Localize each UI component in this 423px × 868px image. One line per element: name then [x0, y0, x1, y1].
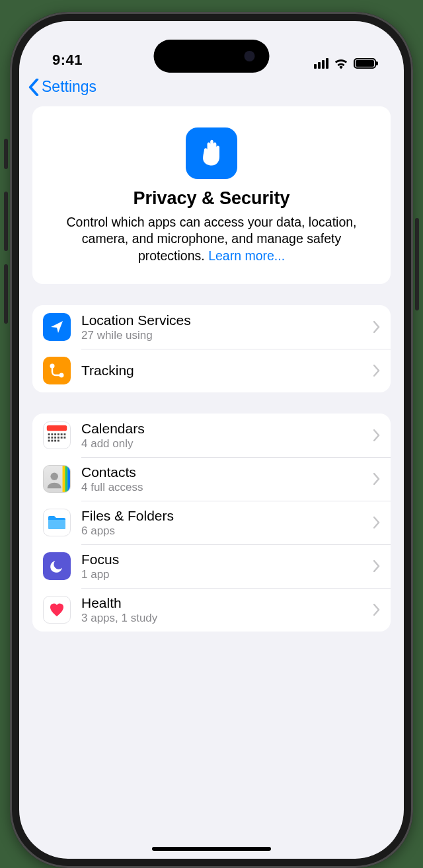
settings-content[interactable]: Privacy & Security Control which apps ca…: [19, 106, 404, 832]
svg-rect-11: [54, 437, 56, 439]
settings-group-location: Location Services 27 while using Trackin…: [32, 305, 391, 392]
side-button: [4, 192, 8, 251]
status-icons: [314, 58, 376, 69]
svg-rect-4: [51, 433, 53, 435]
row-subtitle: 1 app: [81, 568, 373, 581]
tracking-icon: [43, 357, 71, 384]
row-label: Focus: [81, 552, 373, 567]
row-subtitle: 3 apps, 1 study: [81, 612, 373, 625]
calendar-icon: [43, 421, 71, 449]
svg-rect-14: [63, 437, 65, 439]
moon-icon: [43, 552, 71, 580]
phone-bezel: 9:41 Settings: [10, 12, 413, 868]
folder-icon: [43, 509, 71, 536]
svg-rect-5: [54, 433, 56, 435]
row-location-services[interactable]: Location Services 27 while using: [32, 305, 391, 349]
side-button: [4, 139, 8, 169]
heart-icon: [43, 596, 71, 624]
phone-screen: 9:41 Settings: [19, 21, 404, 859]
hero-description: Control which apps can access your data,…: [48, 214, 375, 264]
svg-rect-21: [67, 466, 70, 492]
row-subtitle: 4 add only: [81, 437, 373, 451]
svg-point-22: [50, 473, 58, 480]
row-health[interactable]: Health 3 apps, 1 study: [32, 588, 391, 632]
cellular-signal-icon: [314, 58, 328, 69]
chevron-right-icon: [373, 604, 380, 616]
row-label: Contacts: [81, 464, 373, 480]
contacts-icon: [43, 465, 71, 493]
svg-rect-10: [51, 437, 53, 439]
dynamic-island: [154, 40, 270, 73]
row-contacts[interactable]: Contacts 4 full access: [32, 457, 391, 501]
nav-bar: Settings: [19, 74, 404, 106]
svg-rect-17: [54, 440, 56, 442]
row-label: Health: [81, 595, 373, 611]
svg-rect-18: [58, 440, 59, 442]
row-tracking[interactable]: Tracking: [32, 349, 391, 392]
row-focus[interactable]: Focus 1 app: [32, 544, 391, 588]
svg-rect-12: [58, 437, 59, 439]
svg-rect-13: [61, 437, 63, 439]
chevron-left-icon: [28, 79, 39, 96]
chevron-right-icon: [373, 473, 380, 485]
row-label: Files & Folders: [81, 508, 373, 524]
back-button[interactable]: Settings: [28, 78, 393, 96]
chevron-right-icon: [373, 560, 380, 572]
chevron-right-icon: [373, 365, 380, 377]
row-calendars[interactable]: Calendars 4 add only: [32, 414, 391, 457]
row-subtitle: 6 apps: [81, 524, 373, 538]
wifi-icon: [334, 58, 348, 69]
svg-rect-2: [47, 425, 67, 431]
front-camera: [245, 51, 255, 61]
svg-rect-15: [48, 440, 50, 442]
svg-rect-9: [48, 437, 50, 439]
chevron-right-icon: [373, 429, 380, 441]
battery-icon: [354, 58, 376, 69]
svg-rect-16: [51, 440, 53, 442]
row-files-folders[interactable]: Files & Folders 6 apps: [32, 501, 391, 544]
learn-more-link[interactable]: Learn more...: [208, 248, 285, 263]
hero-title: Privacy & Security: [48, 188, 375, 209]
privacy-hand-icon: [186, 127, 237, 179]
status-time: 9:41: [52, 52, 83, 69]
phone-mockup: 9:41 Settings: [0, 0, 423, 868]
settings-group-data-access: Calendars 4 add only Contacts 4 full acc…: [32, 414, 391, 632]
svg-rect-19: [63, 466, 65, 492]
row-label: Calendars: [81, 421, 373, 437]
row-subtitle: 27 while using: [81, 329, 373, 342]
side-button: [4, 264, 8, 324]
svg-rect-20: [65, 466, 67, 492]
side-button: [415, 218, 419, 310]
back-label: Settings: [42, 78, 96, 96]
row-label: Location Services: [81, 312, 373, 328]
row-label: Tracking: [81, 363, 373, 379]
home-indicator[interactable]: [152, 847, 271, 851]
chevron-right-icon: [373, 321, 380, 333]
hero-card: Privacy & Security Control which apps ca…: [32, 106, 391, 284]
svg-rect-6: [58, 433, 59, 435]
chevron-right-icon: [373, 517, 380, 528]
svg-rect-3: [48, 433, 50, 435]
row-subtitle: 4 full access: [81, 481, 373, 494]
svg-rect-7: [61, 433, 63, 435]
svg-rect-8: [63, 433, 65, 435]
location-arrow-icon: [43, 313, 71, 341]
